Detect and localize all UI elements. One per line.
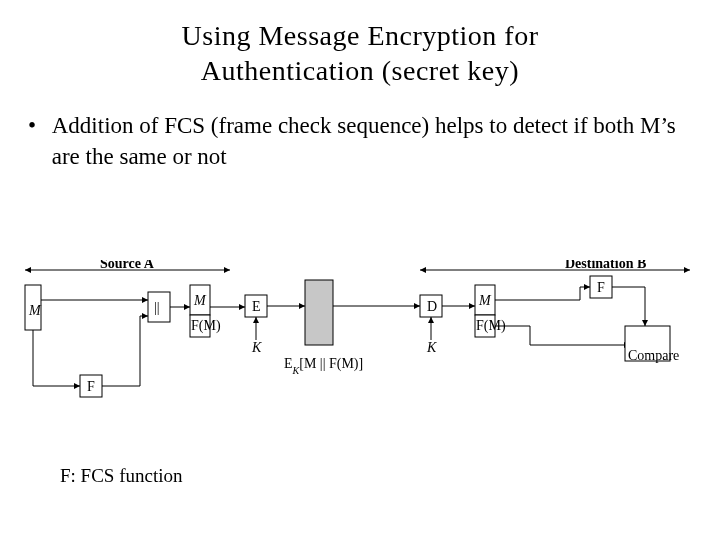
destination-b-label: Destination B — [565, 260, 646, 271]
title-line2: Authentication (secret key) — [201, 55, 519, 86]
slide-title: Using Message Encryption for Authenticat… — [0, 0, 720, 88]
m-box-left: M — [28, 303, 42, 318]
cipher-label: EK[M || F(M)] — [284, 356, 363, 376]
compare-label: Compare — [628, 348, 679, 363]
m-block-1: M — [193, 293, 207, 308]
key-right: K — [426, 340, 437, 355]
key-left: K — [251, 340, 262, 355]
bullet-text: Addition of FCS (frame check sequence) h… — [52, 110, 692, 172]
encryption-diagram: Source A Destination B M F || M F(M) E K… — [20, 260, 700, 430]
m-block-2: M — [478, 293, 492, 308]
concat-box: || — [154, 300, 160, 315]
source-a-label: Source A — [100, 260, 155, 271]
f-box-right: F — [597, 280, 605, 295]
title-line1: Using Message Encryption for — [182, 20, 539, 51]
bullet-dot: • — [28, 110, 46, 141]
bullet-item: • Addition of FCS (frame check sequence)… — [28, 110, 692, 172]
f-box-left: F — [87, 379, 95, 394]
svg-rect-18 — [305, 280, 333, 345]
footer-note: F: FCS function — [60, 465, 182, 487]
fm-block-1: F(M) — [191, 318, 221, 334]
decrypt-box: D — [427, 299, 437, 314]
encrypt-box: E — [252, 299, 261, 314]
